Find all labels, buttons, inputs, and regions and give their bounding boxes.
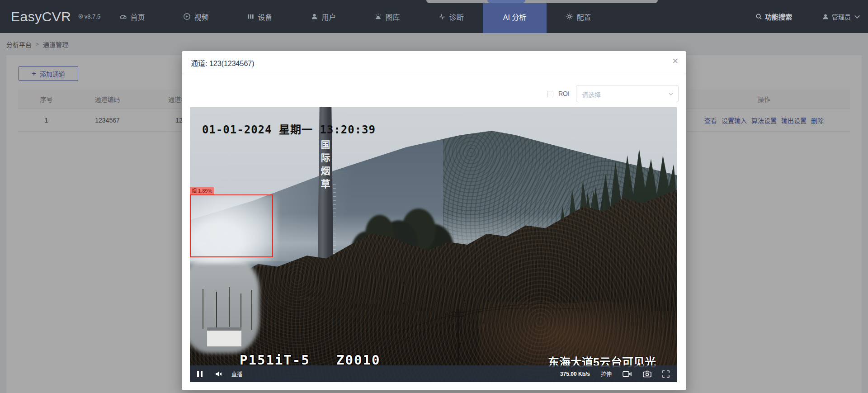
channel-dialog: 通道: 123(1234567) × ROI 请选择 国际烟草 — [182, 51, 686, 390]
osd-timestamp: 01-01-2024 星期一 13:20:39 — [202, 121, 376, 137]
nav-item-label: 诊断 — [449, 11, 463, 22]
roi-select[interactable]: 请选择 — [576, 85, 679, 102]
chevron-down-icon — [854, 13, 861, 20]
roi-controls: ROI 请选择 — [182, 85, 686, 102]
nav-item-video[interactable]: 视频 — [164, 0, 228, 33]
nav-item-label: 配置 — [576, 11, 591, 22]
nav-menu: 首页 视频 设备 用户 图库 诊断 AI 分析 — [100, 0, 610, 33]
nav-right: 功能搜索 管理员 — [755, 0, 868, 33]
chimney-text: 国际烟草 — [320, 140, 332, 192]
user-icon — [311, 13, 318, 20]
nav-item-gallery[interactable]: 图库 — [355, 0, 419, 33]
video-player[interactable]: 国际烟草 烟 1.89% 01-01-2024 星期一 13:20: — [190, 107, 677, 382]
close-icon[interactable]: × — [672, 56, 678, 66]
videocam-icon — [623, 370, 632, 378]
app-version: ® v3.7.5 — [79, 13, 101, 20]
dashboard-icon — [119, 13, 127, 20]
mute-button[interactable] — [214, 370, 222, 378]
app-logo: EasyCVR — [11, 9, 71, 24]
fullscreen-button[interactable] — [662, 370, 670, 378]
player-controls: 直播 375.00 Kb/s 拉伸 — [190, 365, 677, 382]
stretch-button[interactable]: 拉伸 — [601, 370, 612, 378]
nav-item-diagnosis[interactable]: 诊断 — [419, 0, 483, 33]
nav-item-user[interactable]: 用户 — [292, 0, 355, 33]
gallery-icon — [374, 13, 382, 20]
scene-building — [207, 327, 241, 346]
user-menu[interactable]: 管理员 — [822, 12, 861, 21]
nav-item-label: 用户 — [321, 11, 336, 22]
dialog-title: 通道: 123(1234567) — [191, 57, 255, 68]
config-icon — [566, 13, 573, 20]
function-search[interactable]: 功能搜索 — [755, 12, 792, 21]
detection-box — [190, 194, 273, 257]
brand: EasyCVR ® v3.7.5 — [11, 0, 100, 33]
pause-button[interactable] — [197, 371, 203, 377]
nav-item-home[interactable]: 首页 — [100, 0, 164, 33]
nav-item-device[interactable]: 设备 — [228, 0, 292, 33]
top-nav: EasyCVR ® v3.7.5 首页 视频 设备 用户 图库 — [0, 0, 868, 33]
nav-item-config[interactable]: 配置 — [547, 0, 610, 33]
record-button[interactable] — [623, 370, 632, 378]
device-icon — [247, 13, 255, 20]
diagnosis-icon — [438, 13, 446, 20]
bitrate-label: 375.00 Kb/s — [560, 371, 590, 377]
roi-select-placeholder: 请选择 — [582, 90, 601, 99]
nav-item-label: 首页 — [130, 11, 145, 22]
app-root: EasyCVR ® v3.7.5 首页 视频 设备 用户 图库 — [0, 0, 868, 393]
user-label: 管理员 — [832, 12, 851, 21]
roi-label: ROI — [558, 90, 570, 97]
camera-icon — [643, 370, 651, 378]
nav-item-ai-analysis[interactable]: AI 分析 — [483, 0, 547, 33]
muted-speaker-icon — [214, 370, 222, 378]
nav-item-label: 设备 — [258, 11, 272, 22]
nav-item-label: AI 分析 — [503, 11, 527, 22]
video-icon — [183, 13, 191, 20]
fullscreen-icon — [662, 370, 670, 378]
roi-checkbox[interactable] — [547, 91, 553, 97]
scene-power-pole — [458, 309, 459, 361]
search-icon — [755, 13, 762, 20]
tab-popup-remnant — [487, 0, 525, 3]
snapshot-button[interactable] — [643, 370, 651, 378]
select-chevron-icon — [668, 91, 674, 97]
detection-label: 烟 1.89% — [190, 187, 214, 194]
search-label: 功能搜索 — [765, 12, 792, 21]
dialog-header: 通道: 123(1234567) × — [182, 51, 686, 74]
nav-item-label: 图库 — [385, 11, 400, 22]
player-controls-right: 375.00 Kb/s 拉伸 — [560, 370, 670, 378]
nav-item-label: 视频 — [194, 11, 208, 22]
live-label: 直播 — [231, 370, 242, 378]
top-popup-remnant — [426, 0, 658, 3]
person-icon — [822, 13, 829, 20]
